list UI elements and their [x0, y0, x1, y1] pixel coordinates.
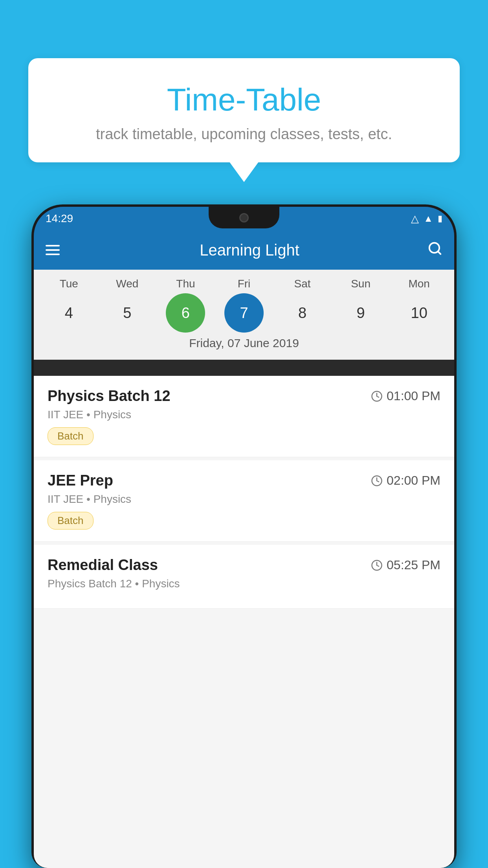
schedule-item-1[interactable]: Physics Batch 12 01:00 PM IIT JEE • Phys… — [34, 376, 454, 457]
day-7-selected[interactable]: 7 — [224, 293, 264, 333]
speech-bubble-container: Time-Table track timetable, upcoming cla… — [28, 58, 460, 162]
bubble-title: Time-Table — [48, 82, 440, 118]
hamburger-menu[interactable] — [46, 245, 60, 255]
day-label-wed: Wed — [108, 278, 147, 290]
wifi-icon: △ — [411, 213, 419, 225]
item-3-title: Remedial Class — [48, 557, 158, 574]
clock-icon-3 — [371, 559, 383, 571]
app-title: Learning Light — [72, 241, 427, 259]
svg-line-1 — [438, 251, 440, 254]
item-1-subtitle: IIT JEE • Physics — [48, 408, 440, 421]
item-1-title: Physics Batch 12 — [48, 388, 171, 405]
item-3-time: 05:25 PM — [371, 558, 440, 572]
calendar-strip: Tue Wed Thu Fri Sat Sun Mon 4 5 6 7 8 9 … — [34, 270, 454, 360]
phone-notch — [209, 207, 279, 228]
battery-icon: ▮ — [438, 213, 442, 224]
day-label-tue: Tue — [49, 278, 88, 290]
day-4[interactable]: 4 — [49, 293, 88, 333]
app-bar: Learning Light — [34, 230, 454, 270]
day-8[interactable]: 8 — [283, 293, 322, 333]
item-2-time: 02:00 PM — [371, 473, 440, 488]
item-2-badge: Batch — [48, 512, 94, 530]
status-icons: △ ▲ ▮ — [411, 213, 442, 225]
schedule-item-2[interactable]: JEE Prep 02:00 PM IIT JEE • Physics Batc… — [34, 460, 454, 542]
schedule-item-3[interactable]: Remedial Class 05:25 PM Physics Batch 12… — [34, 545, 454, 609]
phone-inner: 14:29 △ ▲ ▮ Learning Light — [34, 207, 454, 868]
day-labels: Tue Wed Thu Fri Sat Sun Mon — [34, 278, 454, 290]
day-label-mon: Mon — [400, 278, 439, 290]
item-2-title: JEE Prep — [48, 472, 113, 489]
day-numbers: 4 5 6 7 8 9 10 — [34, 293, 454, 333]
item-1-badge: Batch — [48, 427, 94, 445]
search-icon[interactable] — [427, 241, 442, 259]
selected-date: Friday, 07 June 2019 — [34, 333, 454, 356]
clock-icon-2 — [371, 475, 383, 487]
phone-frame: 14:29 △ ▲ ▮ Learning Light — [31, 204, 457, 868]
day-label-fri: Fri — [224, 278, 264, 290]
bubble-subtitle: track timetable, upcoming classes, tests… — [48, 126, 440, 143]
item-2-subtitle: IIT JEE • Physics — [48, 493, 440, 506]
item-3-subtitle: Physics Batch 12 • Physics — [48, 577, 440, 590]
day-6-today[interactable]: 6 — [166, 293, 205, 333]
day-label-thu: Thu — [166, 278, 205, 290]
day-5[interactable]: 5 — [108, 293, 147, 333]
clock-icon-1 — [371, 390, 383, 402]
day-9[interactable]: 9 — [341, 293, 380, 333]
item-1-header: Physics Batch 12 01:00 PM — [48, 388, 440, 405]
camera — [239, 213, 249, 223]
item-3-header: Remedial Class 05:25 PM — [48, 557, 440, 574]
item-2-header: JEE Prep 02:00 PM — [48, 472, 440, 489]
speech-bubble: Time-Table track timetable, upcoming cla… — [28, 58, 460, 162]
schedule-container: Physics Batch 12 01:00 PM IIT JEE • Phys… — [34, 376, 454, 868]
status-time: 14:29 — [46, 212, 73, 225]
day-10[interactable]: 10 — [400, 293, 439, 333]
day-label-sun: Sun — [341, 278, 380, 290]
signal-icon: ▲ — [424, 213, 433, 224]
item-1-time: 01:00 PM — [371, 389, 440, 403]
day-label-sat: Sat — [283, 278, 322, 290]
